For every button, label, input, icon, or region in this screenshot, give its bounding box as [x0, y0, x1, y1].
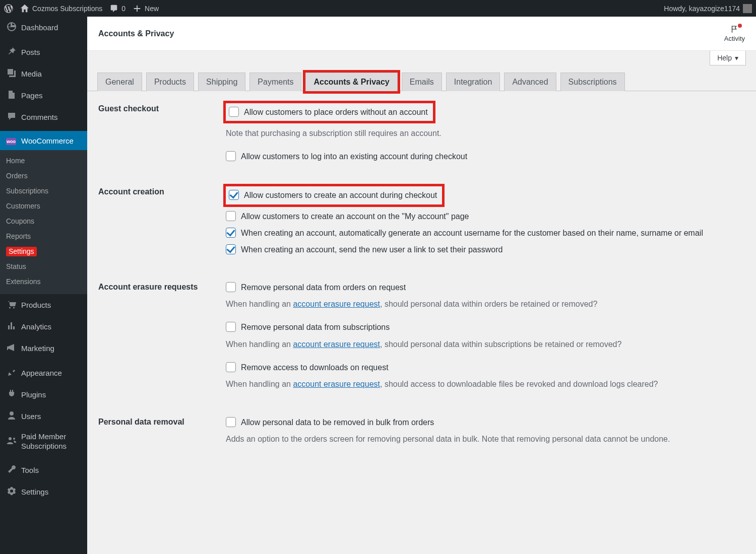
wc-sub-customers[interactable]: Customers [0, 198, 87, 214]
plus-icon [133, 4, 142, 13]
tab-emails[interactable]: Emails [402, 73, 442, 91]
send-password-link[interactable]: When creating an account, send the new u… [226, 244, 742, 255]
sidebar-item-marketing[interactable]: Marketing [0, 337, 87, 359]
chevron-down-icon: ▾ [735, 54, 738, 62]
help-toggle[interactable]: Help▾ [710, 51, 746, 65]
wordpress-icon [4, 4, 13, 13]
wc-sub-reports[interactable]: Reports [0, 229, 87, 244]
settings-tabs: General Products Shipping Payments Accou… [87, 73, 756, 91]
guest-checkout-login[interactable]: Allow customers to log into an existing … [226, 151, 742, 162]
tab-products[interactable]: Products [146, 73, 194, 91]
erasure-heading: Account erasure requests [98, 282, 226, 292]
comment-icon [109, 4, 118, 13]
tab-payments[interactable]: Payments [249, 73, 301, 91]
erase-orders[interactable]: Remove personal data from orders on requ… [226, 282, 742, 293]
sidebar-item-dashboard[interactable]: Dashboard [0, 17, 87, 38]
member-icon [6, 436, 16, 447]
erase-orders-checkbox[interactable] [226, 282, 236, 292]
guest-checkout-note: Note that purchasing a subscription stil… [226, 127, 742, 140]
comment-count: 0 [121, 5, 125, 13]
settings-icon [6, 486, 16, 498]
wc-sub-orders[interactable]: Orders [0, 168, 87, 183]
erase-subscriptions-checkbox[interactable] [226, 322, 236, 332]
page-icon [6, 90, 16, 101]
home-icon [20, 4, 29, 13]
wc-sub-status[interactable]: Status [0, 259, 87, 274]
wc-sub-coupons[interactable]: Coupons [0, 214, 87, 229]
auto-generate-username-checkbox[interactable] [226, 228, 236, 238]
new-label: New [145, 5, 159, 13]
avatar [743, 4, 752, 13]
wc-sub-home[interactable]: Home [0, 153, 87, 168]
erase-downloads-checkbox[interactable] [226, 362, 236, 372]
sidebar-item-settings[interactable]: Settings [0, 481, 87, 503]
tab-shipping[interactable]: Shipping [198, 73, 245, 91]
tab-subscriptions[interactable]: Subscriptions [560, 73, 625, 91]
activity-indicator-dot [738, 24, 742, 28]
sidebar-item-comments[interactable]: Comments [0, 106, 87, 128]
bulk-remove[interactable]: Allow personal data to be removed in bul… [226, 417, 742, 428]
send-password-link-checkbox[interactable] [226, 244, 236, 254]
sidebar-item-media[interactable]: Media [0, 63, 87, 85]
users-icon [6, 410, 16, 422]
erase-subscriptions[interactable]: Remove personal data from subscriptions [226, 321, 742, 333]
page-title: Accounts & Privacy [98, 29, 174, 38]
wp-logo[interactable] [4, 4, 13, 13]
comments-link[interactable]: 0 [109, 4, 125, 13]
erasure-link-2[interactable]: account erasure request [293, 340, 380, 349]
tab-general[interactable]: General [97, 73, 142, 91]
wc-sub-extensions[interactable]: Extensions [0, 274, 87, 289]
erase-subscriptions-desc: When handling an account erasure request… [226, 338, 742, 351]
sidebar-item-tools[interactable]: Tools [0, 459, 87, 481]
create-at-checkout[interactable]: Allow customers to create an account dur… [226, 186, 442, 204]
tools-icon [6, 464, 16, 476]
bulk-remove-checkbox[interactable] [226, 417, 236, 427]
account-creation-heading: Account creation [98, 186, 226, 196]
tab-accounts-privacy[interactable]: Accounts & Privacy [305, 73, 397, 91]
auto-generate-username[interactable]: When creating an account, automatically … [226, 227, 742, 239]
plugins-icon [6, 389, 16, 400]
removal-heading: Personal data removal [98, 417, 226, 427]
sidebar-item-woocommerce[interactable]: wooWooCommerce [0, 131, 87, 150]
site-name: Cozmos Subscriptions [32, 5, 102, 13]
erasure-link-3[interactable]: account erasure request [293, 380, 380, 388]
create-on-myaccount[interactable]: Allow customers to create an account on … [226, 211, 742, 222]
sidebar-item-pages[interactable]: Pages [0, 85, 87, 106]
comments-icon [6, 111, 16, 123]
dashboard-icon [6, 22, 16, 33]
erase-downloads[interactable]: Remove access to downloads on request [226, 362, 742, 373]
bulk-remove-desc: Adds an option to the orders screen for … [226, 433, 742, 445]
guest-checkout-login-checkbox[interactable] [226, 151, 236, 161]
erase-orders-desc: When handling an account erasure request… [226, 298, 742, 310]
guest-checkout-allow[interactable]: Allow customers to place orders without … [226, 103, 433, 121]
sidebar-item-appearance[interactable]: Appearance [0, 362, 87, 384]
pin-icon [6, 46, 16, 58]
sidebar-item-posts[interactable]: Posts [0, 41, 87, 63]
howdy-link[interactable]: Howdy, kayazogize1174 [664, 4, 752, 13]
sidebar-item-plugins[interactable]: Plugins [0, 384, 87, 405]
create-on-myaccount-checkbox[interactable] [226, 211, 236, 221]
erasure-link-1[interactable]: account erasure request [293, 300, 380, 308]
erase-downloads-desc: When handling an account erasure request… [226, 378, 742, 390]
woocommerce-submenu: Home Orders Subscriptions Customers Coup… [0, 150, 87, 294]
sidebar-item-products[interactable]: Products [0, 294, 87, 316]
sidebar-item-paidmember[interactable]: Paid Member Subscriptions [0, 427, 87, 456]
tab-integration[interactable]: Integration [446, 73, 500, 91]
analytics-icon [6, 321, 16, 332]
activity-label: Activity [724, 35, 745, 42]
new-link[interactable]: New [133, 4, 159, 13]
guest-checkout-allow-checkbox[interactable] [229, 107, 239, 117]
admin-bar: Cozmos Subscriptions 0 New Howdy, kayazo… [0, 0, 756, 17]
appearance-icon [6, 367, 16, 379]
site-link[interactable]: Cozmos Subscriptions [20, 4, 102, 13]
products-icon [6, 299, 16, 311]
create-at-checkout-checkbox[interactable] [229, 190, 239, 200]
guest-checkout-heading: Guest checkout [98, 103, 226, 113]
sidebar-item-users[interactable]: Users [0, 405, 87, 427]
main-content: Accounts & Privacy Activity Help▾ Genera… [87, 17, 756, 554]
sidebar-item-analytics[interactable]: Analytics [0, 316, 87, 337]
tab-advanced[interactable]: Advanced [504, 73, 556, 91]
activity-button[interactable]: Activity [724, 25, 745, 42]
wc-sub-settings[interactable]: Settings [0, 244, 87, 259]
wc-sub-subscriptions[interactable]: Subscriptions [0, 183, 87, 198]
